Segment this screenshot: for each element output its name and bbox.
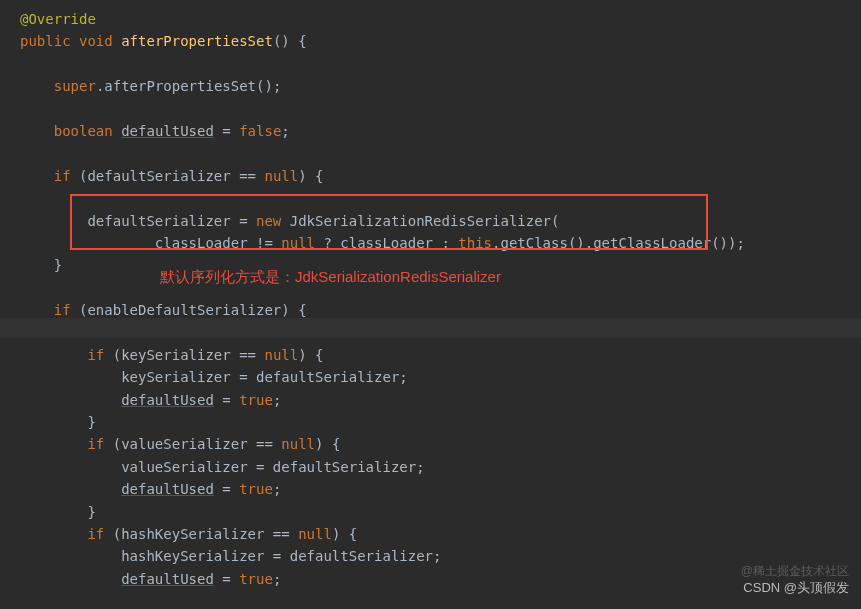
- code-line: classLoader != null ? classLoader : this…: [20, 232, 861, 254]
- code-text: ? classLoader :: [315, 235, 458, 251]
- keyword: null: [264, 347, 298, 363]
- code-text: .getClass().getClassLoader());: [492, 235, 745, 251]
- watermark-csdn: CSDN @头顶假发: [743, 578, 849, 599]
- code-line: @Override: [20, 8, 861, 30]
- variable: defaultUsed: [121, 571, 214, 587]
- keyword: if: [87, 347, 104, 363]
- blank-line: [20, 142, 861, 164]
- keyword: false: [239, 123, 281, 139]
- code-line: defaultUsed = true;: [20, 389, 861, 411]
- code-text: classLoader !=: [155, 235, 281, 251]
- code-text: =: [214, 123, 239, 139]
- code-text: keySerializer = defaultSerializer;: [121, 369, 408, 385]
- keyword: public: [20, 33, 71, 49]
- code-text: (valueSerializer ==: [104, 436, 281, 452]
- code-text: ) {: [298, 168, 323, 184]
- code-text: =: [214, 392, 239, 408]
- code-text: .afterPropertiesSet();: [96, 78, 281, 94]
- code-text: (keySerializer ==: [104, 347, 264, 363]
- code-line: defaultUsed = true;: [20, 478, 861, 500]
- blank-line: [20, 53, 861, 75]
- code-text: =: [214, 571, 239, 587]
- code-text: }: [54, 257, 62, 273]
- keyword: if: [87, 526, 104, 542]
- keyword: true: [239, 392, 273, 408]
- code-line: }: [20, 411, 861, 433]
- code-line: super.afterPropertiesSet();: [20, 75, 861, 97]
- code-text: ;: [281, 123, 289, 139]
- code-text: () {: [273, 33, 307, 49]
- method-name: afterPropertiesSet: [121, 33, 273, 49]
- keyword: if: [87, 436, 104, 452]
- variable: defaultUsed: [121, 481, 214, 497]
- variable: defaultUsed: [121, 123, 214, 139]
- code-line: if (enableDefaultSerializer) {: [20, 299, 861, 321]
- keyword: if: [54, 302, 71, 318]
- keyword: true: [239, 571, 273, 587]
- code-line: if (hashKeySerializer == null) {: [20, 523, 861, 545]
- annotation-label: 默认序列化方式是：JdkSerializationRedisSerializer: [160, 265, 501, 289]
- keyword: true: [239, 481, 273, 497]
- code-text: }: [87, 504, 95, 520]
- keyword: if: [54, 168, 71, 184]
- code-line: defaultUsed = true;: [20, 568, 861, 590]
- blank-line: [20, 187, 861, 209]
- code-text: hashKeySerializer = defaultSerializer;: [121, 548, 441, 564]
- keyword: void: [79, 33, 113, 49]
- keyword: this: [458, 235, 492, 251]
- keyword: super: [54, 78, 96, 94]
- code-line: }: [20, 501, 861, 523]
- code-text: ) {: [332, 526, 357, 542]
- code-line: boolean defaultUsed = false;: [20, 120, 861, 142]
- code-line: if (valueSerializer == null) {: [20, 433, 861, 455]
- code-block: @Override public void afterPropertiesSet…: [20, 8, 861, 590]
- code-line: if (keySerializer == null) {: [20, 344, 861, 366]
- code-line: hashKeySerializer = defaultSerializer;: [20, 545, 861, 567]
- keyword: null: [281, 235, 315, 251]
- keyword: null: [264, 168, 298, 184]
- code-text: (defaultSerializer ==: [71, 168, 265, 184]
- code-text: =: [214, 481, 239, 497]
- keyword: new: [256, 213, 281, 229]
- blank-line: [20, 321, 861, 343]
- variable: defaultUsed: [121, 392, 214, 408]
- code-line: public void afterPropertiesSet() {: [20, 30, 861, 52]
- keyword: boolean: [54, 123, 113, 139]
- code-text: (enableDefaultSerializer) {: [71, 302, 307, 318]
- code-text: ) {: [298, 347, 323, 363]
- blank-line: [20, 98, 861, 120]
- code-text: ) {: [315, 436, 340, 452]
- code-line: defaultSerializer = new JdkSerialization…: [20, 210, 861, 232]
- code-text: defaultSerializer =: [87, 213, 256, 229]
- keyword: null: [281, 436, 315, 452]
- keyword: null: [298, 526, 332, 542]
- code-text: (hashKeySerializer ==: [104, 526, 298, 542]
- code-line: valueSerializer = defaultSerializer;: [20, 456, 861, 478]
- code-text: ;: [273, 571, 281, 587]
- code-text: }: [87, 414, 95, 430]
- code-text: ;: [273, 392, 281, 408]
- code-text: valueSerializer = defaultSerializer;: [121, 459, 424, 475]
- class-name: JdkSerializationRedisSerializer(: [281, 213, 559, 229]
- code-text: ;: [273, 481, 281, 497]
- annotation-text: @Override: [20, 11, 96, 27]
- code-line: if (defaultSerializer == null) {: [20, 165, 861, 187]
- code-line: keySerializer = defaultSerializer;: [20, 366, 861, 388]
